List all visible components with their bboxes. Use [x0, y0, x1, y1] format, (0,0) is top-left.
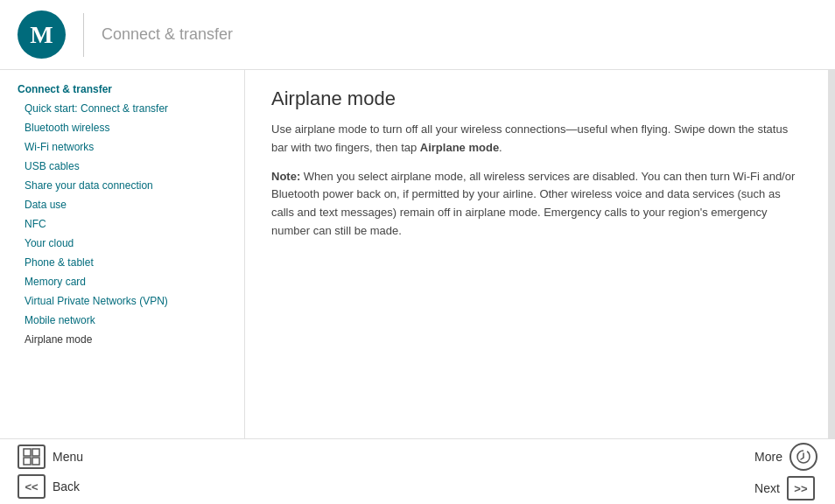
- sidebar-item-usb[interactable]: USB cables: [18, 157, 227, 176]
- paragraph1-end: .: [499, 141, 502, 154]
- header-title: Connect & transfer: [102, 25, 233, 44]
- sidebar-item-quick-start[interactable]: Quick start: Connect & transfer: [18, 99, 227, 118]
- svg-rect-3: [32, 458, 39, 465]
- next-label: Next: [754, 481, 780, 495]
- paragraph1-text: Use airplane mode to turn off all your w…: [271, 122, 788, 154]
- svg-rect-0: [24, 449, 31, 456]
- content-note: Note: When you select airplane mode, all…: [271, 168, 802, 241]
- sidebar-item-nfc[interactable]: NFC: [18, 214, 227, 234]
- logo-letter: M: [30, 21, 53, 49]
- main-area: Connect & transfer Quick start: Connect …: [0, 70, 835, 438]
- sidebar-item-cloud[interactable]: Your cloud: [18, 234, 227, 253]
- motorola-logo: M: [18, 10, 66, 59]
- sidebar-item-airplane-mode[interactable]: Airplane mode: [18, 330, 227, 349]
- footer-left-buttons: Menu << Back: [18, 444, 83, 499]
- next-icon: >>: [787, 476, 815, 500]
- sidebar-item-wifi[interactable]: Wi-Fi networks: [18, 137, 227, 157]
- sidebar-item-data-connection[interactable]: Share your data connection: [18, 176, 227, 195]
- menu-button[interactable]: Menu: [18, 444, 83, 469]
- header: M Connect & transfer: [0, 0, 835, 70]
- sidebar-item-mobile-network[interactable]: Mobile network: [18, 311, 227, 330]
- sidebar-item-data-use[interactable]: Data use: [18, 195, 227, 214]
- more-icon: [789, 443, 817, 471]
- svg-rect-2: [24, 458, 31, 465]
- content-title: Airplane mode: [271, 88, 802, 110]
- sidebar-item-vpn[interactable]: Virtual Private Networks (VPN): [18, 291, 227, 311]
- sidebar-item-phone-tablet[interactable]: Phone & tablet: [18, 253, 227, 272]
- note-body: When you select airplane mode, all wirel…: [271, 170, 795, 237]
- more-label: More: [754, 450, 782, 464]
- sidebar-item-bluetooth[interactable]: Bluetooth wireless: [18, 118, 227, 137]
- menu-label: Menu: [53, 450, 83, 464]
- header-divider: [83, 13, 84, 57]
- back-button[interactable]: << Back: [18, 474, 83, 499]
- content-area: Airplane mode Use airplane mode to turn …: [245, 70, 828, 438]
- sidebar-section-title[interactable]: Connect & transfer: [18, 83, 227, 95]
- right-scrollbar-area: [828, 70, 835, 438]
- more-button[interactable]: More: [754, 443, 817, 471]
- footer-right-buttons: More Next >>: [754, 443, 817, 500]
- back-icon: <<: [18, 474, 46, 499]
- next-button[interactable]: Next >>: [754, 476, 817, 500]
- note-label: Note:: [271, 170, 300, 183]
- footer: Menu << Back More Next >>: [0, 438, 835, 504]
- back-label: Back: [53, 480, 80, 494]
- menu-icon: [18, 444, 46, 469]
- paragraph1-bold: Airplane mode: [420, 141, 499, 154]
- sidebar: Connect & transfer Quick start: Connect …: [0, 70, 245, 438]
- content-paragraph1: Use airplane mode to turn off all your w…: [271, 121, 802, 158]
- svg-rect-1: [32, 449, 39, 456]
- sidebar-item-memory-card[interactable]: Memory card: [18, 272, 227, 291]
